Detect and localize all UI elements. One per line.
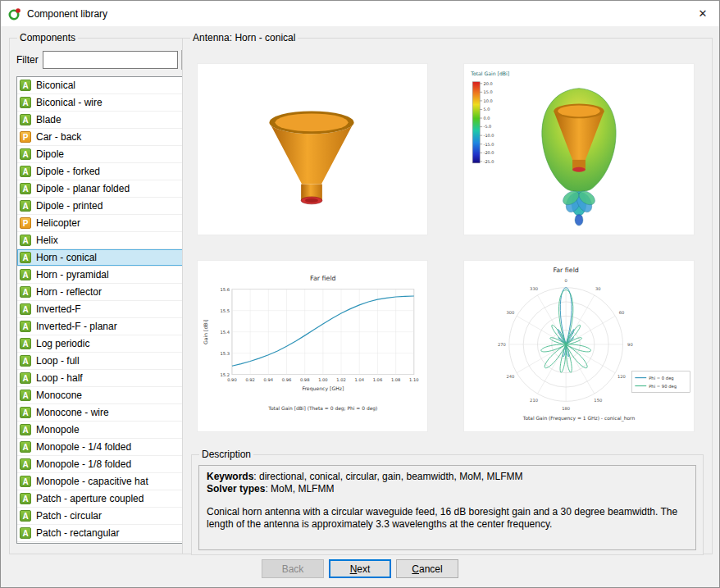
list-item[interactable]: ADipole - forked: [17, 163, 196, 180]
svg-text:Gain [dBi]: Gain [dBi]: [203, 319, 208, 344]
list-item[interactable]: ABiconical: [17, 77, 196, 94]
list-item-label: Helicopter: [36, 217, 80, 229]
list-item[interactable]: ALoop - half: [17, 370, 196, 387]
list-item[interactable]: APatch - rectangular: [17, 525, 196, 542]
platform-icon: P: [20, 131, 31, 143]
window-title: Component library: [27, 8, 107, 20]
svg-text:15.2: 15.2: [221, 372, 230, 377]
svg-text:0.98: 0.98: [300, 377, 309, 382]
antenna-icon: A: [20, 148, 31, 160]
svg-text:Total Gain (Frequency = 1 GHz): Total Gain (Frequency = 1 GHz) - conical…: [522, 415, 636, 422]
svg-text:15.5: 15.5: [221, 308, 230, 313]
antenna-icon: A: [20, 527, 31, 539]
svg-text:Phi = 0 deg: Phi = 0 deg: [649, 376, 674, 381]
preview-legend: Antenna: Horn - conical: [190, 32, 298, 43]
list-item[interactable]: ALog periodic: [17, 335, 196, 353]
components-legend: Components: [17, 32, 78, 43]
antenna-icon: A: [20, 424, 31, 435]
list-item[interactable]: PHelicopter: [17, 215, 196, 232]
list-item[interactable]: AHorn - pyramidal: [17, 267, 196, 284]
description-text: Keywords: directional, conical, circular…: [198, 465, 696, 550]
antenna-icon: A: [20, 166, 31, 177]
antenna-icon: A: [20, 458, 31, 470]
list-item[interactable]: AMonopole: [17, 422, 196, 439]
farfield-line-chart: 0.900.920.940.960.981.001.021.041.061.08…: [197, 260, 428, 432]
list-item-label: Inverted-F - planar: [36, 321, 117, 332]
svg-text:-15.0: -15.0: [484, 142, 494, 147]
antenna-icon: A: [20, 321, 31, 332]
list-item[interactable]: AMonopole - 1/4 folded: [17, 439, 196, 456]
close-button[interactable]: ✕: [686, 1, 719, 26]
list-item[interactable]: ABlade: [17, 112, 196, 129]
svg-text:270: 270: [498, 342, 506, 347]
list-item-label: Dipole - forked: [36, 166, 100, 177]
svg-text:180: 180: [562, 406, 570, 411]
list-item[interactable]: AMonocone: [17, 387, 196, 404]
antenna-icon: A: [20, 493, 31, 504]
antenna-icon: A: [20, 441, 31, 453]
list-item[interactable]: APatch - circular: [17, 508, 196, 525]
list-item[interactable]: AHorn - conical: [17, 249, 196, 267]
antenna-icon: A: [20, 252, 31, 263]
svg-text:5.0: 5.0: [484, 107, 490, 112]
list-item-label: Patch - circular: [36, 510, 102, 522]
svg-text:15.4: 15.4: [221, 330, 230, 335]
list-item-label: Dipole: [36, 148, 64, 160]
list-item-label: Log periodic: [36, 338, 89, 349]
svg-text:15.0: 15.0: [484, 89, 493, 94]
antenna-icon: A: [20, 200, 31, 212]
list-item-label: Loop - full: [36, 355, 80, 367]
svg-text:20.0: 20.0: [484, 81, 493, 86]
list-item[interactable]: AHelix: [17, 232, 196, 249]
list-item[interactable]: AMonopole - capacitive hat: [17, 473, 196, 490]
platform-icon: P: [20, 217, 31, 229]
list-item-label: Dipole - planar folded: [36, 183, 130, 194]
list-item[interactable]: ABiconical - wire: [17, 94, 196, 112]
app-icon: [8, 7, 21, 21]
list-item-label: Biconical: [36, 80, 75, 91]
list-item[interactable]: ALoop - full: [17, 353, 196, 370]
list-item[interactable]: AMonocone - wire: [17, 404, 196, 422]
antenna-icon: A: [20, 269, 31, 280]
antenna-icon: A: [20, 286, 31, 298]
svg-text:-10.0: -10.0: [484, 133, 494, 138]
antenna-icon: A: [20, 476, 31, 487]
svg-text:0.96: 0.96: [282, 377, 291, 382]
svg-text:10.0: 10.0: [484, 98, 493, 103]
list-item[interactable]: AInverted-F - planar: [17, 318, 196, 335]
list-item-label: Patch - aperture coupled: [36, 493, 144, 504]
svg-text:Far field: Far field: [310, 275, 336, 282]
back-button[interactable]: Back: [262, 559, 324, 578]
cancel-button[interactable]: Cancel: [396, 559, 458, 578]
next-button[interactable]: Next: [329, 559, 391, 578]
list-item[interactable]: AInverted-F: [17, 301, 196, 318]
svg-text:15.3: 15.3: [221, 351, 230, 356]
list-item[interactable]: ADipole - planar folded: [17, 180, 196, 198]
farfield-polar-chart: 0306090120150180210240270300330Far field…: [463, 260, 695, 432]
list-item[interactable]: PCar - back: [17, 129, 196, 146]
antenna-icon: A: [20, 303, 31, 315]
svg-text:-20.0: -20.0: [484, 150, 494, 155]
svg-text:Far field: Far field: [553, 267, 579, 274]
filter-input[interactable]: [43, 51, 178, 69]
svg-text:0.0: 0.0: [484, 116, 490, 121]
list-item[interactable]: ADipole - printed: [17, 198, 196, 215]
list-item-label: Monopole - 1/8 folded: [36, 458, 131, 470]
antenna-icon: A: [20, 114, 31, 125]
antenna-icon: A: [20, 390, 31, 401]
list-item[interactable]: AHorn - reflector: [17, 284, 196, 301]
list-item[interactable]: APatch - aperture coupled: [17, 490, 196, 508]
svg-text:Phi = 90 deg: Phi = 90 deg: [649, 384, 677, 390]
antenna-icon: A: [20, 407, 31, 418]
antenna-icon: A: [20, 97, 31, 108]
component-library-dialog: Component library ✕ Components Filter: [0, 0, 720, 588]
list-item[interactable]: ADipole: [17, 146, 196, 163]
list-item-label: Car - back: [36, 131, 81, 143]
list-item[interactable]: AMonopole - 1/8 folded: [17, 456, 196, 473]
antenna-icon: A: [20, 183, 31, 194]
dialog-buttons: Back Next Cancel: [1, 559, 719, 578]
svg-text:300: 300: [506, 310, 514, 315]
list-item-label: Horn - reflector: [36, 286, 102, 298]
svg-text:120: 120: [617, 374, 626, 379]
svg-text:1.02: 1.02: [336, 377, 345, 382]
